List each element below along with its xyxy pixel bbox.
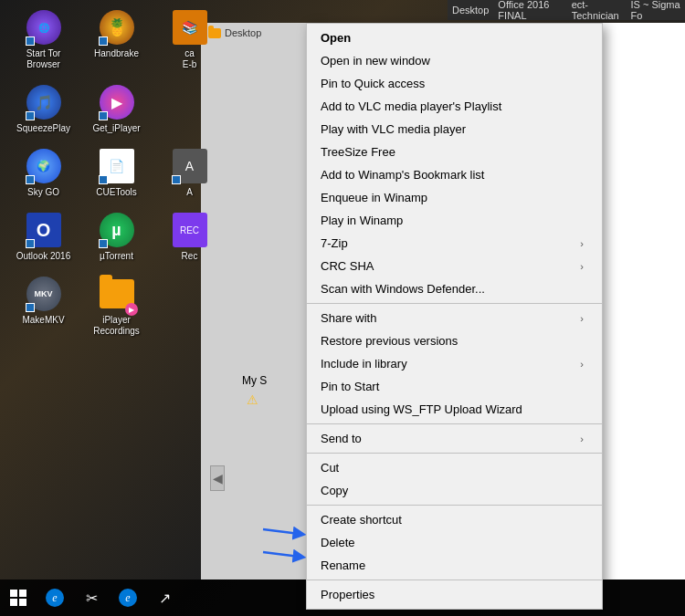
menu-item-cut[interactable]: Cut [307,456,602,479]
edge-icon: e [45,588,65,608]
menu-item-send-to[interactable]: Send to › [307,427,602,450]
icon-img-makemkv: MKV [26,276,62,312]
icon-img-rec: REC [172,212,208,248]
shortcut-arrow-squeezeplay [26,111,35,120]
icon-img-squeezeplay: 🎵 [26,84,62,120]
icon-skygo[interactable]: 🌍 Sky GO [14,148,73,198]
iplayer-recordings-label: iPlayerRecordings [93,315,140,337]
icon-row-3: 🌍 Sky GO 📄 CUETools A A [14,148,219,198]
icon-utorrent[interactable]: µ µTorrent [87,212,146,262]
menu-item-7zip[interactable]: 7-Zip › [307,232,602,255]
icon-get-iplayer[interactable]: ▶ Get_iPlayer [87,84,146,134]
arrow-crc-sha: › [580,261,584,272]
icon-calibre[interactable]: 📚 caE-b [160,9,219,70]
iplayer-rec-icon-shape: ▶ [100,279,134,308]
context-menu: Open Open in new window Pin to Quick acc… [306,23,603,610]
menu-item-treesize-free[interactable]: TreeSize Free [307,141,602,163]
shortcut-arrow-cuetools [99,175,108,184]
scissors-icon: ✂ [86,590,98,607]
menu-item-copy[interactable]: Copy [307,479,602,502]
taskbar-scissors[interactable]: ✂ [73,579,110,616]
taskbar-edge[interactable]: e [37,579,73,616]
svg-rect-5 [19,599,26,606]
menu-item-play-winamp[interactable]: Play in Winamp [307,209,602,232]
outlook-label: Outlook 2016 [16,251,71,262]
shortcut-arrow-iplayer [99,111,108,120]
icon-img-skygo: 🌍 [26,148,62,184]
menu-item-share-with[interactable]: Share with › [307,307,602,329]
icon-img-handbrake: 🍍 [99,9,135,46]
taskbar-cursor[interactable]: ↗ [146,579,183,616]
icon-cuetools[interactable]: 📄 CUETools [87,148,146,198]
skygo-label: Sky GO [27,187,59,198]
icon-img-outlook: O [26,212,62,248]
separator-2 [307,423,602,424]
menu-item-pin-start[interactable]: Pin to Start [307,375,602,398]
separator-4 [307,505,602,506]
arrow-send-to: › [580,433,584,444]
menu-item-create-shortcut[interactable]: Create shortcut [307,508,602,531]
shortcut-arrow-makemkv [26,303,35,312]
shortcut-arrow-tor [26,37,35,46]
taskbar-edge-2[interactable]: e [110,579,146,616]
menu-item-pin-quick-access[interactable]: Pin to Quick access [307,72,602,95]
start-button[interactable] [0,579,37,616]
shortcut-arrow-handbrake [99,37,108,46]
separator-5 [307,579,602,580]
menu-item-open[interactable]: Open [307,26,602,49]
collapse-arrow[interactable]: ◀ [210,465,225,491]
separator-1 [307,303,602,304]
get-iplayer-label: Get_iPlayer [92,123,140,134]
icon-row-2: 🎵 SqueezePlay ▶ Get_iPlayer [14,84,219,134]
icon-row-4: O Outlook 2016 µ µTorrent REC Rec [14,212,219,262]
squeezeplay-label: SqueezePlay [16,123,70,134]
cursor-icon: ↗ [159,590,171,607]
menu-item-rename[interactable]: Rename [307,554,602,577]
icon-img-a: A [172,148,208,184]
icon-img-calibre: 📚 [172,9,208,46]
edge-2-icon: e [118,588,138,608]
menu-item-scan-defender[interactable]: Scan with Windows Defender... [307,277,602,300]
icon-squeezeplay[interactable]: 🎵 SqueezePlay [14,84,73,134]
menu-item-open-new-window[interactable]: Open in new window [307,49,602,72]
folder-label: Desktop [225,27,261,38]
desktop: Desktop Office 2016 FINAL ect-Technician… [0,0,685,616]
icon-outlook[interactable]: O Outlook 2016 [14,212,73,262]
menu-item-include-library[interactable]: Include in library › [307,352,602,375]
desktop-label: Desktop [452,5,489,16]
handbrake-label: Handbrake [94,48,139,59]
svg-rect-4 [10,599,17,606]
icon-iplayer-recordings[interactable]: ▶ iPlayerRecordings [87,276,146,337]
calibre-label: caE-b [183,48,197,70]
menu-item-properties[interactable]: Properties [307,583,602,606]
icon-rec[interactable]: REC Rec [160,212,219,262]
arrow-share-with: › [580,313,584,324]
shortcut-arrow-outlook [26,239,35,248]
top-bar: Desktop Office 2016 FINAL ect-Technician… [448,0,685,20]
menu-item-restore-previous[interactable]: Restore previous versions [307,329,602,352]
icon-start-tor[interactable]: 🌐 Start TorBrowser [14,9,73,70]
icon-handbrake[interactable]: 🍍 Handbrake [87,9,146,70]
menu-item-crc-sha[interactable]: CRC SHA › [307,255,602,277]
shortcut-arrow-skygo [26,175,35,184]
shortcut-arrow-a [172,175,181,184]
icon-img-cuetools: 📄 [99,148,135,184]
menu-item-play-vlc[interactable]: Play with VLC media player [307,118,602,141]
windows-logo-icon [10,590,26,606]
my-computer-label: My S [242,374,267,387]
menu-item-enqueue-winamp[interactable]: Enqueue in Winamp [307,186,602,209]
icon-row-1: 🌐 Start TorBrowser 🍍 Handbrake 📚 caE-b [14,9,219,70]
shortcut-arrow-utorrent [99,239,108,248]
calibre-icon-shape: 📚 [173,10,207,45]
menu-item-upload-ftp[interactable]: Upload using WS_FTP Upload Wizard [307,398,602,421]
arrow-7zip: › [580,238,584,249]
generic-a-label: A [186,187,193,198]
menu-item-delete[interactable]: Delete [307,531,602,554]
icon-img-utorrent: µ [99,212,135,248]
menu-item-add-vlc-playlist[interactable]: Add to VLC media player's Playlist [307,95,602,118]
menu-item-add-winamp-bookmark[interactable]: Add to Winamp's Bookmark list [307,163,602,186]
warning-icon: ⚠ [247,392,258,407]
icon-makemkv[interactable]: MKV MakeMKV [14,276,73,337]
icon-generic-a[interactable]: A A [160,148,219,198]
svg-rect-2 [10,590,17,597]
